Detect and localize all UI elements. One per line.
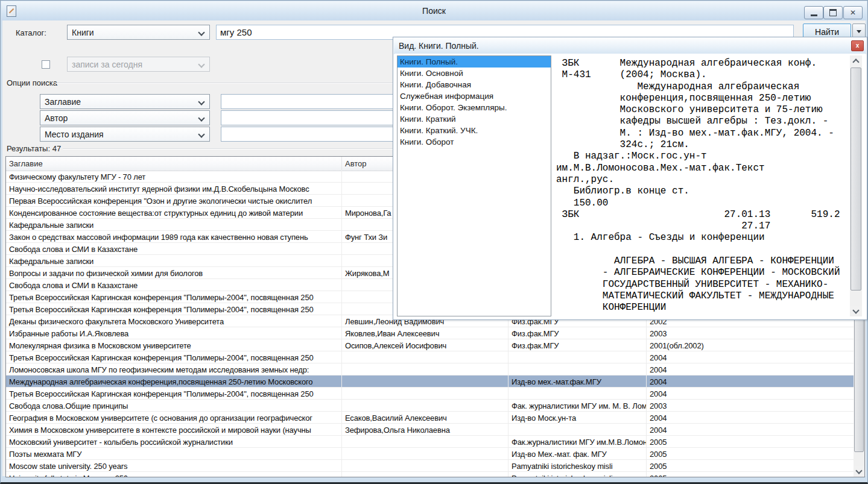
cell-year: 2005: [647, 472, 854, 477]
table-row[interactable]: Свобода слова.Общие принципыФак. журнали…: [6, 400, 854, 412]
cell-year: 2005: [647, 460, 854, 471]
cell-year: 2003: [647, 327, 854, 339]
chevron-down-icon: [852, 307, 859, 313]
table-row[interactable]: Московский университет - колыбель россий…: [6, 436, 854, 448]
cell-author: [342, 351, 508, 363]
cell-title: Свобода слова.Общие принципы: [6, 400, 342, 411]
cell-publisher: [508, 388, 647, 399]
dropdown-arrow-icon: [857, 30, 861, 33]
maximize-button[interactable]: [823, 6, 843, 19]
popup-close-button[interactable]: x: [851, 40, 864, 51]
record-vertical-scrollbar[interactable]: [850, 55, 862, 316]
option-field-combobox[interactable]: Автор: [40, 110, 210, 125]
view-list-item[interactable]: Книги. Основной: [398, 68, 551, 79]
scroll-down-button[interactable]: [850, 306, 862, 316]
scrollbar-thumb[interactable]: [851, 68, 861, 291]
cell-publisher: Физ.фак.МГУ: [508, 327, 647, 339]
cell-title: Московский университет - колыбель россий…: [6, 436, 342, 447]
table-row-selected[interactable]: Международная алгебраическая конференция…: [6, 376, 854, 388]
cell-title: Третья Всероссийская Каргинская конферен…: [6, 388, 342, 399]
cell-title: Свобода слова и СМИ в Казахстане: [6, 279, 342, 291]
cell-publisher: Pamyatniki istoricheskoy misli: [508, 472, 647, 477]
view-list-item[interactable]: Служебная информация: [398, 90, 551, 102]
view-list-item[interactable]: Книги. Добавочная: [398, 79, 551, 90]
titlebar[interactable]: Поиск ✕: [1, 1, 867, 20]
cell-publisher: [508, 351, 647, 363]
table-row[interactable]: Ломоносовская школа МГУ по геофизическим…: [6, 363, 854, 376]
table-row[interactable]: Химия в Московском университете в контек…: [6, 424, 854, 436]
cell-year: 2005: [647, 448, 854, 459]
options-group-label: Опции поиска: [7, 78, 57, 87]
cell-title: Кафедральные записки: [6, 219, 342, 230]
record-text: ЗБК Международная алгебраическая конф. М…: [556, 58, 849, 313]
search-window: Поиск ✕ Каталог: Книги мгу 250 Найти зап…: [0, 0, 868, 484]
cell-year: 2004: [647, 363, 854, 375]
cell-title: Свобода слова и СМИ в Казахстане: [6, 243, 342, 254]
view-list-item[interactable]: Книги. Краткий. УЧК.: [398, 125, 551, 136]
cell-publisher: Pamyatniki istoricheskoy misli: [508, 460, 647, 471]
cell-title: Конденсированное состояние вещества:от с…: [6, 207, 342, 218]
table-row[interactable]: Избранные работы И.А.ЯковлеваЯковлев,Ива…: [6, 327, 854, 339]
cell-publisher: Физ.фак.МГУ: [508, 339, 647, 351]
view-popup: Вид. Книги. Полный. x Книги. Полный.Книг…: [393, 37, 867, 320]
option-field-combobox[interactable]: Место издания: [40, 127, 210, 142]
cell-publisher: Фак.журналистики МГУ им.М.В.Ломоносо: [508, 436, 647, 447]
table-row[interactable]: University full state in Moscow. 250Pamy…: [6, 472, 854, 477]
today-checkbox[interactable]: [42, 60, 50, 69]
cell-title: Международная алгебраическая конференция…: [6, 376, 342, 387]
minimize-icon: [811, 14, 817, 16]
scroll-down-button[interactable]: [854, 466, 864, 477]
chevron-down-icon: [198, 98, 204, 105]
cell-author: Зефирова,Ольга Николаевна: [342, 424, 508, 435]
cell-author: [342, 400, 508, 411]
table-row[interactable]: Третья Всероссийская Каргинская конферен…: [6, 351, 854, 363]
find-button-label: Найти: [815, 27, 839, 37]
minimize-button[interactable]: [804, 6, 823, 19]
cell-title: География в Московском университете (с о…: [6, 412, 342, 423]
cell-title: Первая Всероссийская конференция "Озон и…: [6, 195, 342, 206]
cell-author: [342, 376, 508, 387]
view-list-item[interactable]: Книги. Краткий: [398, 113, 551, 125]
table-row[interactable]: Moscow state university. 250 yearsPamyat…: [6, 460, 854, 472]
cell-author: [342, 460, 508, 471]
catalog-combobox[interactable]: Книги: [67, 25, 210, 40]
cell-title: Третья Всероссийская Каргинская конферен…: [6, 303, 342, 315]
popup-body: Книги. Полный.Книги. ОсновнойКниги. Доба…: [394, 54, 866, 318]
cell-publisher: [508, 424, 647, 435]
table-row[interactable]: Молекулярная физика в Московском универс…: [6, 339, 854, 351]
results-group-label: Результаты: 47: [7, 144, 61, 153]
view-list-item[interactable]: Книги. Полный.: [398, 56, 551, 68]
window-title: Поиск: [1, 6, 867, 16]
cell-title: Третья Всероссийская Каргинская конферен…: [6, 291, 342, 303]
cell-title: Кафедральные записки: [6, 255, 342, 266]
close-x-icon: x: [856, 43, 860, 49]
cell-publisher: Изд-во Моск.ун-та: [508, 412, 647, 423]
close-button[interactable]: ✕: [843, 6, 863, 19]
today-filter-value: записи за сегодня: [72, 60, 142, 69]
cell-author: [342, 436, 508, 447]
catalog-value: Книги: [72, 28, 94, 37]
cell-title: University full state in Moscow. 250: [6, 472, 342, 477]
chevron-down-icon: [198, 61, 204, 68]
table-row[interactable]: Третья Всероссийская Каргинская конферен…: [6, 388, 854, 400]
cell-year: 2004: [647, 424, 854, 435]
cell-title: Moscow state university. 250 years: [6, 460, 342, 471]
cell-author: [342, 363, 508, 375]
table-row[interactable]: География в Московском университете (с о…: [6, 412, 854, 424]
cell-title: Научно-исследовательский институт ядерно…: [6, 183, 342, 194]
cell-year: 2004: [647, 351, 854, 363]
scroll-up-button[interactable]: [850, 55, 862, 66]
table-row[interactable]: Поэты мехмата МГУИзд-во Мех.-мат. фак. М…: [6, 448, 854, 460]
view-list-item[interactable]: Книги. Оборот: [398, 136, 551, 148]
column-header[interactable]: Заглавие: [6, 157, 342, 170]
view-listbox[interactable]: Книги. Полный.Книги. ОсновнойКниги. Доба…: [397, 55, 551, 316]
cell-author: Есаков,Василий Алексеевич: [342, 412, 508, 423]
cell-publisher: Изд-во мех.-мат.фак.МГУ: [508, 376, 647, 387]
cell-author: [342, 388, 508, 399]
option-field-combobox[interactable]: Заглавие: [40, 94, 210, 109]
popup-titlebar[interactable]: Вид. Книги. Полный. x: [394, 38, 866, 54]
chevron-down-icon: [198, 131, 204, 137]
popup-title: Вид. Книги. Полный.: [399, 41, 479, 51]
view-list-item[interactable]: Книги. Оборот. Экземпляры.: [398, 102, 551, 113]
cell-author: Яковлев,Иван Алексеевич: [342, 327, 508, 339]
